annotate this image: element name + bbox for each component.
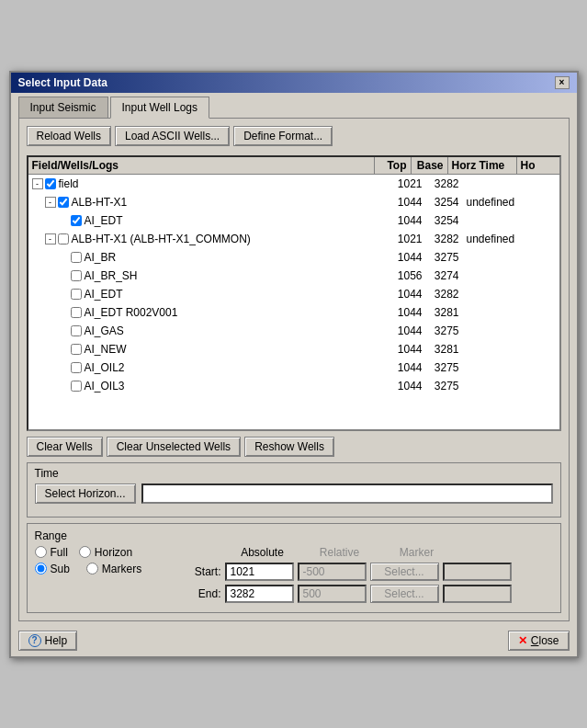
table-row: AI_GAS 1044 3275 <box>28 322 559 340</box>
radio-full-label: Full <box>51 546 68 559</box>
absolute-header: Absolute <box>226 546 299 559</box>
time-label: Time <box>35 467 553 480</box>
checkbox-field[interactable] <box>45 178 56 189</box>
radio-horizon[interactable] <box>79 546 91 558</box>
radio-horizon-label: Horizon <box>95 546 132 559</box>
start-select-button[interactable]: Select... <box>370 563 439 581</box>
checkbox-ai-edt-1[interactable] <box>71 215 82 226</box>
start-label: Start: <box>171 565 221 578</box>
close-icon: ✕ <box>518 634 527 647</box>
help-label: Help <box>45 634 68 647</box>
bottom-buttons: Clear Wells Clear Unselected Wells Resho… <box>27 437 561 457</box>
end-relative-input[interactable] <box>298 585 367 603</box>
end-row: End: Select... <box>171 585 553 603</box>
footer: ? Help ✕ Close <box>11 625 577 656</box>
checkbox-ai-new[interactable] <box>71 344 82 355</box>
tab-input-well-logs[interactable]: Input Well Logs <box>110 97 210 119</box>
start-marker-input[interactable] <box>443 563 512 581</box>
tree-header: Field/Wells/Logs Top Base Horz Time Ho <box>28 157 559 175</box>
range-label: Range <box>35 529 553 542</box>
table-row: AI_EDT R002V001 1044 3281 <box>28 303 559 322</box>
checkbox-ai-edt-2[interactable] <box>71 289 82 300</box>
col-header-base: Base <box>412 157 448 174</box>
horizon-input[interactable] <box>141 483 553 504</box>
range-section: Range Full Horizon Sub Markers <box>27 523 561 613</box>
load-ascii-wells-button[interactable]: Load ASCII Wells... <box>115 126 230 146</box>
range-option-full: Full Horizon <box>35 546 164 559</box>
help-button[interactable]: ? Help <box>18 631 78 651</box>
help-icon: ? <box>28 634 41 647</box>
range-values: Absolute Relative Marker Start: Select..… <box>171 546 553 607</box>
end-absolute-input[interactable] <box>225 585 294 603</box>
checkbox-ai-gas[interactable] <box>71 325 82 336</box>
main-content: Reload Wells Load ASCII Wells... Define … <box>18 118 570 621</box>
define-format-button[interactable]: Define Format... <box>233 126 333 146</box>
dialog-close-button[interactable]: × <box>555 76 570 89</box>
tab-input-seismic[interactable]: Input Seismic <box>18 97 108 118</box>
table-row: AI_BR_SH 1056 3274 <box>28 267 559 285</box>
table-row: AI_BR 1044 3275 <box>28 248 559 267</box>
checkbox-ai-edt-r002[interactable] <box>71 307 82 318</box>
radio-sub[interactable] <box>35 563 47 574</box>
close-label: Close <box>531 634 559 647</box>
table-row: AI_EDT 1044 3282 <box>28 285 559 303</box>
reload-wells-button[interactable]: Reload Wells <box>27 126 111 146</box>
expand-btn-field[interactable]: - <box>32 178 43 189</box>
checkbox-alb-common[interactable] <box>58 233 69 245</box>
horizon-row: Select Horizon... <box>35 483 553 504</box>
dialog-title: Select Input Data <box>18 76 107 89</box>
range-grid: Full Horizon Sub Markers Absolute <box>35 546 553 607</box>
radio-markers-label: Markers <box>102 563 141 575</box>
end-select-button[interactable]: Select... <box>370 585 439 603</box>
clear-wells-button[interactable]: Clear Wells <box>27 437 103 457</box>
table-row: AI_OIL3 1044 3275 <box>28 377 559 395</box>
checkbox-ai-br[interactable] <box>71 252 82 263</box>
end-marker-input[interactable] <box>443 585 512 603</box>
radio-full[interactable] <box>35 546 47 558</box>
checkbox-ai-oil3[interactable] <box>71 381 82 392</box>
col-headers: Absolute Relative Marker <box>226 546 553 559</box>
range-radio-options: Full Horizon Sub Markers <box>35 546 164 607</box>
marker-header: Marker <box>380 546 454 559</box>
dialog: Select Input Data × Input Seismic Input … <box>9 71 579 658</box>
table-row: AI_EDT 1044 3254 <box>28 211 559 230</box>
time-section: Time Select Horizon... <box>27 462 561 518</box>
col-header-top: Top <box>375 157 412 174</box>
well-tree-table[interactable]: Field/Wells/Logs Top Base Horz Time Ho -… <box>27 155 561 431</box>
col-header-name: Field/Wells/Logs <box>28 157 375 174</box>
tabs-container: Input Seismic Input Well Logs <box>11 93 577 118</box>
radio-sub-label: Sub <box>51 563 70 575</box>
relative-header: Relative <box>303 546 377 559</box>
col-header-h2: Ho <box>517 157 545 174</box>
start-absolute-input[interactable] <box>225 563 294 581</box>
start-relative-input[interactable] <box>298 563 367 581</box>
radio-markers[interactable] <box>86 563 98 574</box>
col-header-htime: Horz Time <box>448 157 517 174</box>
table-row: - ALB-HT-X1 (ALB-HT-X1_COMMON) 1021 3282… <box>28 230 559 248</box>
table-row: - ALB-HT-X1 1044 3254 undefined <box>28 193 559 211</box>
start-row: Start: Select... <box>171 563 553 581</box>
reshow-wells-button[interactable]: Reshow Wells <box>244 437 334 457</box>
checkbox-ai-oil2[interactable] <box>71 362 82 373</box>
close-button[interactable]: ✕ Close <box>508 631 570 651</box>
table-row: AI_NEW 1044 3281 <box>28 340 559 358</box>
toolbar: Reload Wells Load ASCII Wells... Define … <box>27 126 561 146</box>
clear-unselected-wells-button[interactable]: Clear Unselected Wells <box>107 437 242 457</box>
select-horizon-button[interactable]: Select Horizon... <box>35 483 136 504</box>
end-label: End: <box>171 587 221 600</box>
expand-btn-alb-ht-x1[interactable]: - <box>45 197 56 208</box>
table-row: - field 1021 3282 <box>28 175 559 193</box>
checkbox-ai-br-sh[interactable] <box>71 270 82 281</box>
checkbox-alb-ht-x1[interactable] <box>58 197 69 208</box>
expand-btn-alb-common[interactable]: - <box>45 233 56 245</box>
title-bar: Select Input Data × <box>11 73 577 93</box>
table-row: AI_OIL2 1044 3275 <box>28 358 559 377</box>
range-option-sub: Sub Markers <box>35 563 164 575</box>
